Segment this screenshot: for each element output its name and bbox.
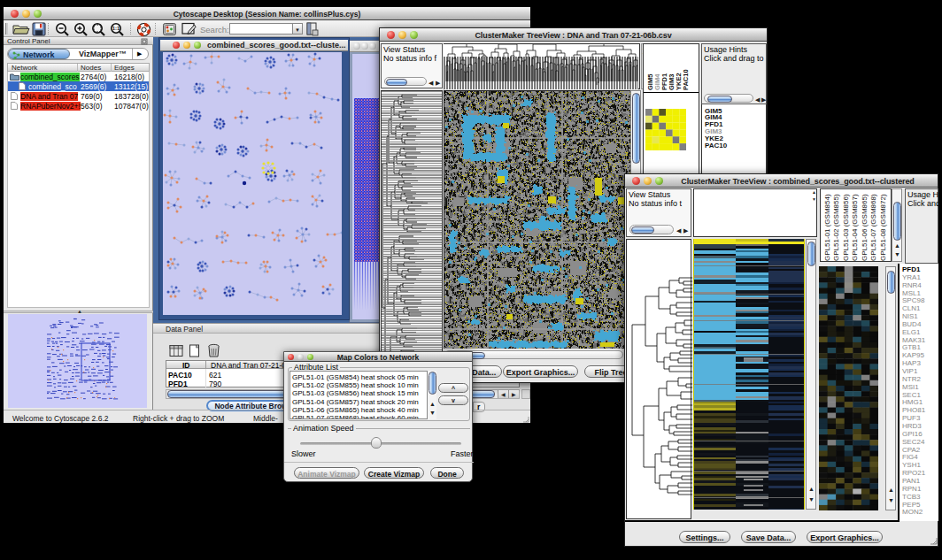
svg-text:1:1: 1:1 (112, 26, 120, 31)
